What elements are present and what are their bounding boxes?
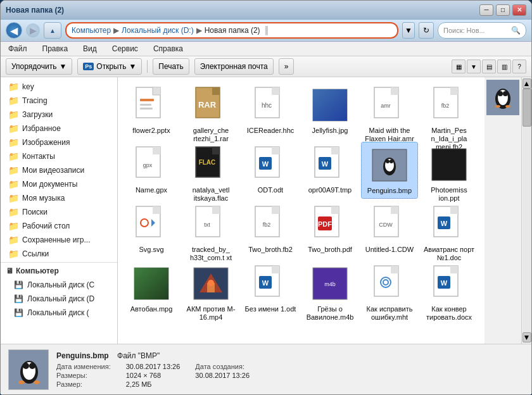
toolbar-separator-1 — [147, 60, 148, 73]
view-buttons: ▦ ▼ ▤ ▥ ? — [452, 60, 526, 73]
file-aviatrans[interactable]: W Авиатранс порт №1.doc — [421, 201, 478, 258]
file-martin[interactable]: fb2 Martin_Pes n_Ida_i_pla meni.fb2 — [421, 82, 478, 139]
sidebar-item-tracing[interactable]: 📁 Tracing — [1, 94, 117, 108]
file-odt[interactable]: W ODT.odt — [242, 142, 299, 199]
sidebar-item-key[interactable]: 📁 key — [1, 80, 117, 94]
file-maid[interactable]: amr Maid with the Flaxen Hair.amr — [361, 82, 418, 139]
sidebar-item-images[interactable]: 📁 Изображения — [1, 135, 117, 149]
sidebar-drive-d[interactable]: 💾 Локальный диск (D — [1, 292, 117, 306]
menu-view[interactable]: Вид — [80, 43, 99, 54]
sidebar-label-links: Ссылки — [22, 249, 49, 258]
file-kak-ispravit[interactable]: Как исправить ошибку.mht — [361, 261, 418, 318]
file-cdw[interactable]: CDW Untitled-1.CDW — [361, 201, 418, 258]
drive-icon: 💾 — [13, 280, 23, 290]
file-flac[interactable]: FLAC natalya_vetl itskaya.flac — [182, 142, 239, 199]
back-button[interactable]: ◀ — [6, 22, 22, 39]
sidebar-item-contacts[interactable]: 📁 Контакты — [1, 149, 117, 163]
sidebar-item-saved-games[interactable]: 📁 Сохраненные игр... — [1, 233, 117, 247]
file-photoemission[interactable]: Photoemiss ion.ppt — [421, 142, 478, 199]
sidebar-drive-c[interactable]: 💾 Локальный диск (C — [1, 278, 117, 292]
scrollbar-up-button[interactable]: ▲ — [522, 78, 531, 89]
file-tracked[interactable]: txt tracked_by_ h33t_com.t xt — [182, 201, 239, 258]
file-name-gpx[interactable]: gpx Name.gpx — [123, 142, 180, 199]
svg-text:W: W — [262, 160, 269, 168]
organize-button[interactable]: Упорядочить ▼ — [6, 58, 72, 75]
more-button[interactable]: » — [279, 58, 294, 75]
svg-point-87 — [495, 105, 500, 108]
menu-edit[interactable]: Правка — [40, 43, 71, 54]
sidebar-item-links[interactable]: 📁 Ссылки — [1, 247, 117, 261]
file-label-tracked: tracked_by_ h33t_com.t xt — [185, 246, 237, 262]
drive-icon: 💾 — [13, 308, 23, 318]
file-autoban[interactable]: Автобан.mpg — [123, 261, 180, 318]
scrollbar-thumb[interactable] — [522, 89, 531, 127]
menu-file[interactable]: Файл — [6, 43, 30, 54]
scrollbar-down-button[interactable]: ▼ — [522, 332, 531, 342]
help-button[interactable]: ? — [512, 60, 526, 73]
svg-marker-8 — [212, 87, 220, 95]
side-thumbnail — [484, 77, 521, 344]
folder-icon: 📁 — [8, 123, 18, 134]
scrollbar[interactable]: ▲ ▼ — [521, 77, 531, 344]
address-path[interactable]: Компьютер ▶ Локальный диск (D:) ▶ Новая … — [65, 22, 398, 39]
file-kak-konvert[interactable]: W Как конвер тировать.docx — [421, 261, 478, 318]
file-two-broth-fb2[interactable]: fb2 Two_broth.fb2 — [242, 201, 299, 258]
file-svg[interactable]: Svg.svg — [123, 201, 180, 258]
sidebar-item-searches[interactable]: 📁 Поиски — [1, 205, 117, 219]
file-icon-autoban — [132, 265, 170, 303]
svg-text:hhc: hhc — [262, 102, 272, 109]
print-button[interactable]: Печать — [153, 58, 189, 75]
organize-label: Упорядочить — [11, 62, 56, 71]
up-button[interactable]: ▲ — [44, 22, 61, 39]
file-bez-imeni[interactable]: W Без имени 1.odt — [242, 261, 299, 318]
sidebar-drive-e[interactable]: 💾 Локальный диск ( — [1, 306, 117, 320]
status-modified-value: 30.08.2017 13:26 — [126, 363, 180, 370]
sidebar-item-downloads[interactable]: 📁 Загрузки — [1, 108, 117, 122]
svg-text:W: W — [441, 279, 448, 287]
file-jellyfish[interactable]: Jellyfish.jpg — [301, 82, 358, 139]
address-dropdown-button[interactable]: ▼ — [402, 22, 415, 39]
close-button[interactable]: ✕ — [512, 4, 526, 16]
scrollbar-track[interactable] — [522, 89, 531, 332]
sidebar-item-desktop[interactable]: 📁 Рабочий стол — [1, 219, 117, 233]
menu-tools[interactable]: Сервис — [110, 43, 141, 54]
file-label-flac: natalya_vetl itskaya.flac — [185, 186, 237, 203]
file-label-kak-ispravit: Как исправить ошибку.mht — [364, 305, 415, 322]
view-icon-button[interactable]: ▦ — [452, 60, 466, 73]
file-flower2[interactable]: flower2.pptx — [123, 82, 180, 139]
view-preview-button[interactable]: ▥ — [497, 60, 511, 73]
file-icereader[interactable]: hhc ICEReader.hhc — [242, 82, 299, 139]
sidebar-item-favorites[interactable]: 📁 Избранное — [1, 122, 117, 135]
computer-label: Компьютер — [16, 266, 59, 275]
svg-text:RAR: RAR — [198, 100, 217, 110]
file-area-wrapper: flower2.pptx RAR gallery_che rtezhi_1.ra… — [118, 77, 531, 344]
folder-icon: 📁 — [8, 137, 18, 147]
svg-point-88 — [505, 105, 510, 108]
file-gallery-rar[interactable]: RAR gallery_che rtezhi_1.rar — [182, 82, 239, 139]
svg-rect-14 — [313, 89, 347, 121]
email-button[interactable]: Электронная почта — [194, 58, 274, 75]
refresh-button[interactable]: ↻ — [419, 22, 434, 39]
file-penguins[interactable]: Penguins.bmp — [361, 142, 418, 199]
view-list-button[interactable]: ▤ — [482, 60, 496, 73]
view-dropdown-button[interactable]: ▼ — [467, 60, 481, 73]
file-tmp[interactable]: W opr00A9T.tmp — [301, 142, 358, 199]
forward-button[interactable]: ▶ — [26, 23, 40, 37]
maximize-button[interactable]: □ — [496, 4, 510, 16]
file-two-broth-pdf[interactable]: PDF Two_broth.pdf — [301, 201, 358, 258]
path-part-2: Локальный диск (D:) — [122, 26, 194, 35]
status-row: Дата изменения: Размеры: Размер: 30.08.2… — [56, 363, 524, 388]
file-grezy[interactable]: m4b Грёзы о Вавилоне.m4b — [301, 261, 358, 318]
search-box[interactable]: Поиск: Нов... 🔍 — [438, 22, 526, 39]
file-label-autoban: Автобан.mpg — [130, 305, 173, 313]
svg-point-94 — [18, 380, 25, 384]
menu-help[interactable]: Справка — [151, 43, 186, 54]
open-button[interactable]: Ps Открыть ▼ — [77, 58, 142, 75]
sidebar-item-music[interactable]: 📁 Моя музыка — [1, 191, 117, 205]
file-akm[interactable]: АКМ против M-16.mp4 — [182, 261, 239, 318]
folder-icon: 📁 — [8, 221, 18, 231]
sidebar-computer[interactable]: 🖥 Компьютер — [1, 264, 117, 278]
sidebar-item-videos[interactable]: 📁 Мои видеозаписи — [1, 163, 117, 177]
sidebar-item-documents[interactable]: 📁 Мои документы — [1, 177, 117, 191]
minimize-button[interactable]: ─ — [479, 4, 493, 16]
